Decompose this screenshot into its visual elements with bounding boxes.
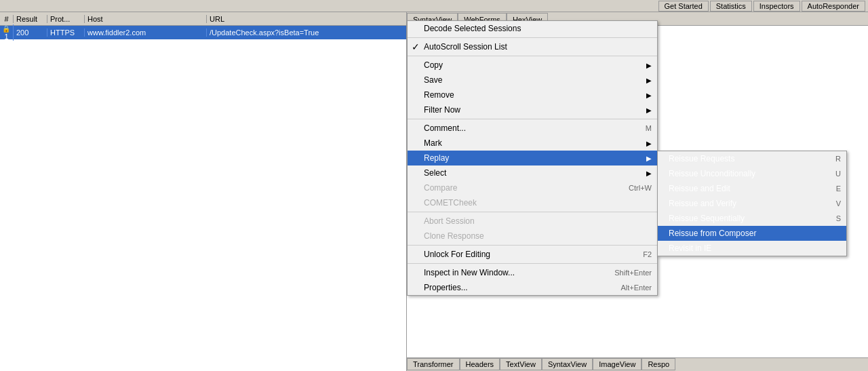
submenu-reissue-sequentially[interactable]: Reissue Sequentially S [658,211,846,226]
submenu-reissue-verify[interactable]: Reissue and Verify V [658,196,846,211]
tab-textview[interactable]: TextView [500,358,542,370]
reissue-composer-label: Reissue from Composer [669,229,756,238]
select-label: Select [424,168,446,178]
comment-label: Comment... [424,123,466,133]
menu-item-filter-now[interactable]: Filter Now ▶ [408,102,657,117]
row-host: www.fiddler2.com [85,28,207,37]
menu-separator-5 [408,245,657,246]
submenu-reissue-requests[interactable]: Reissue Requests R [658,151,846,166]
tab-respo[interactable]: Respo [642,358,675,370]
col-header-num: # [0,15,14,23]
reissue-sequentially-shortcut: S [823,214,841,222]
submenu-reissue-unconditionally[interactable]: Reissue Unconditionally U [658,166,846,181]
clone-response-label: Clone Response [424,231,484,241]
menu-item-remove[interactable]: Remove ▶ [408,87,657,102]
replay-label: Replay [424,153,449,163]
unlock-editing-shortcut: F2 [629,250,652,258]
menu-separator-6 [408,263,657,264]
submenu-reissue-composer[interactable]: Reissue from Composer [658,226,846,241]
tab-headers[interactable]: Headers [460,358,500,370]
menu-item-cometcheek[interactable]: COMETCheek [408,195,657,210]
row-result: 200 [14,28,47,37]
comment-shortcut: M [632,124,652,132]
menu-item-mark[interactable]: Mark ▶ [408,136,657,151]
save-label: Save [424,75,442,85]
menu-item-decode-sessions[interactable]: Decode Selected Sessions [408,21,657,36]
revisit-ie-label: Revisit in IE [669,243,711,253]
properties-shortcut: Alt+Enter [607,284,652,292]
menu-item-inspect-window[interactable]: Inspect in New Window... Shift+Enter [408,265,657,280]
menu-item-compare[interactable]: Compare Ctrl+W [408,180,657,195]
filter-now-arrow-icon: ▶ [646,106,652,114]
decode-sessions-label: Decode Selected Sessions [424,24,521,33]
col-header-host: Host [85,15,207,23]
tab-inspectors[interactable]: Inspectors [753,1,800,12]
tab-transformer[interactable]: Transformer [407,358,460,370]
col-header-prot: Prot... [47,15,85,23]
menu-separator-2 [408,56,657,56]
reissue-edit-label: Reissue and Edit [669,184,730,193]
copy-arrow-icon: ▶ [646,62,652,69]
menu-separator-4 [408,212,657,212]
reissue-sequentially-label: Reissue Sequentially [669,214,745,223]
row-url: /UpdateCheck.aspx?isBeta=True [207,28,406,37]
session-panel: # Result Prot... Host URL 🔒 1 200 HTTPS … [0,12,407,371]
copy-label: Copy [424,60,443,70]
tab-statistics[interactable]: Statistics [710,1,752,12]
table-row[interactable]: 🔒 1 200 HTTPS www.fiddler2.com /UpdateCh… [0,26,406,39]
tab-syntaxview-bottom[interactable]: SyntaxView [542,358,593,370]
menu-item-unlock-editing[interactable]: Unlock For Editing F2 [408,247,657,262]
reissue-verify-shortcut: V [823,199,841,208]
replay-arrow-icon: ▶ [646,155,652,162]
menu-item-select[interactable]: Select ▶ [408,165,657,180]
remove-label: Remove [424,90,454,100]
reissue-requests-shortcut: R [822,155,841,163]
compare-label: Compare [424,183,457,193]
col-header-result: Result [14,15,47,23]
menu-separator-3 [408,119,657,119]
menu-item-save[interactable]: Save ▶ [408,73,657,87]
reissue-unconditionally-label: Reissue Unconditionally [669,169,755,178]
menu-item-abort-session[interactable]: Abort Session [408,214,657,229]
tab-get-started[interactable]: Get Started [658,1,709,12]
mark-arrow-icon: ▶ [646,140,652,147]
autoscroll-check-icon: ✓ [412,41,420,52]
tab-imageview[interactable]: ImageView [593,358,642,370]
cometcheek-label: COMETCheek [424,198,477,208]
menu-item-copy[interactable]: Copy ▶ [408,58,657,73]
save-arrow-icon: ▶ [646,77,652,84]
submenu-revisit-ie[interactable]: Revisit in IE [658,241,846,256]
reissue-unconditionally-shortcut: U [822,170,841,178]
bottom-tabs: Transformer Headers TextView SyntaxView … [407,357,868,371]
autoscroll-label: AutoScroll Session List [424,42,507,52]
menu-item-clone-response[interactable]: Clone Response [408,229,657,243]
top-toolbar: Get Started Statistics Inspectors AutoRe… [0,0,868,12]
remove-arrow-icon: ▶ [646,92,652,99]
reissue-verify-label: Reissue and Verify [669,199,736,208]
select-arrow-icon: ▶ [646,170,652,177]
toolbar-tabs: Get Started Statistics Inspectors AutoRe… [658,1,865,12]
col-header-url: URL [207,15,406,23]
replay-submenu: Reissue Requests R Reissue Unconditional… [657,151,847,256]
submenu-reissue-edit[interactable]: Reissue and Edit E [658,181,846,196]
properties-label: Properties... [424,283,468,292]
row-num: 🔒 1 [0,24,14,41]
unlock-editing-label: Unlock For Editing [424,250,490,259]
session-table-header: # Result Prot... Host URL [0,12,406,26]
reissue-edit-shortcut: E [823,184,841,193]
abort-session-label: Abort Session [424,216,475,226]
menu-separator-1 [408,37,657,38]
context-menu: Decode Selected Sessions ✓ AutoScroll Se… [407,20,658,296]
row-protocol: HTTPS [47,28,85,37]
inspect-window-shortcut: Shift+Enter [601,269,652,277]
mark-label: Mark [424,138,442,148]
inspect-window-label: Inspect in New Window... [424,268,515,277]
tab-autoresponder[interactable]: AutoResponder [802,1,865,12]
menu-item-properties[interactable]: Properties... Alt+Enter [408,280,657,295]
menu-item-autoscroll[interactable]: ✓ AutoScroll Session List [408,39,657,54]
menu-item-replay[interactable]: Replay ▶ Reissue Requests R Reissue Unco… [408,151,657,165]
menu-item-comment[interactable]: Comment... M [408,121,657,136]
filter-now-label: Filter Now [424,105,460,115]
compare-shortcut: Ctrl+W [615,184,652,192]
reissue-requests-label: Reissue Requests [669,154,734,163]
